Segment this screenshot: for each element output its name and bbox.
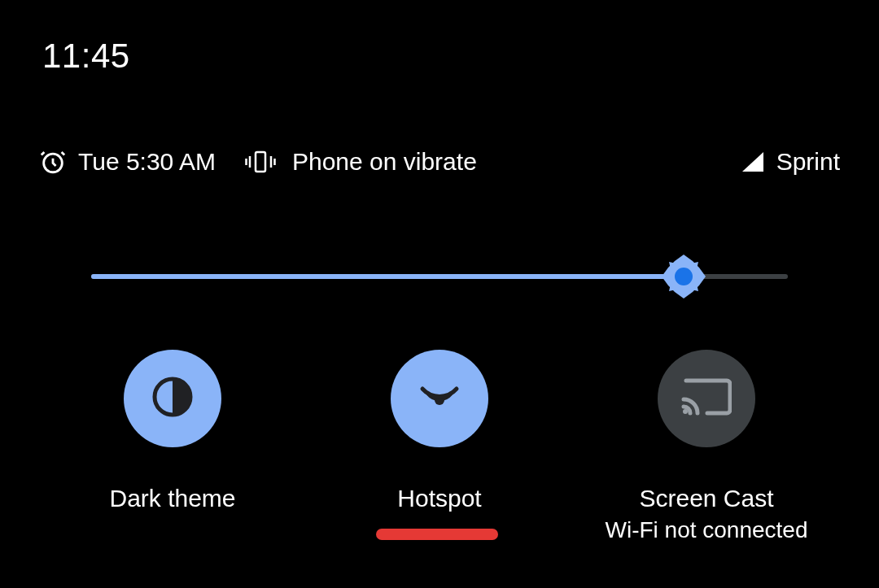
contrast-icon [151,375,195,422]
carrier-text: Sprint [776,148,840,176]
tile-hotspot[interactable]: Hotspot [317,350,562,514]
hotspot-icon [415,372,464,425]
cast-icon [681,376,732,421]
tile-screen-cast-circle [658,350,755,447]
tile-dark-theme-label: Dark theme [109,483,235,514]
vibrate-icon [245,150,276,174]
status-left-group: Tue 5:30 AM Phone on vibrate [39,148,477,176]
quick-tiles-row: Dark theme Hotspot [39,350,840,588]
signal-icon [741,150,765,173]
tile-screen-cast[interactable]: Screen Cast Wi-Fi not connected [584,350,829,543]
tile-hotspot-label: Hotspot [397,483,481,514]
annotation-underline [376,529,498,540]
status-right-group: Sprint [741,148,840,176]
brightness-slider[interactable] [91,260,788,293]
brightness-fill [91,274,684,279]
status-row: Tue 5:30 AM Phone on vibrate Sprint [39,148,840,176]
tile-screen-cast-label: Screen Cast [639,483,773,514]
alarm-icon [39,148,67,176]
tile-screen-cast-sublabel: Wi-Fi not connected [606,517,808,543]
status-clock: 11:45 [42,37,130,76]
brightness-thumb[interactable] [660,253,707,300]
tile-hotspot-circle [391,350,488,447]
tile-dark-theme[interactable]: Dark theme [50,350,295,514]
svg-point-9 [683,409,688,414]
tile-dark-theme-circle [124,350,221,447]
alarm-time-text: Tue 5:30 AM [78,148,216,176]
ringer-mode-text: Phone on vibrate [292,148,477,176]
svg-rect-1 [256,152,265,172]
